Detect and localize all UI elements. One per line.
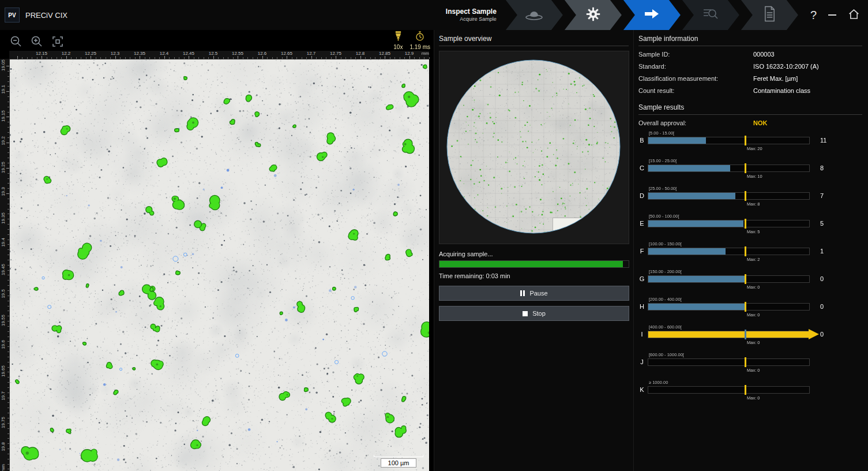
- class-bar-block: [400.00 - 600.00[Max: 0: [648, 322, 810, 349]
- time-remaining: Time remaining: 0:03 min: [439, 272, 629, 279]
- v-ruler-tick: [7, 132, 9, 133]
- v-ruler-tick: [7, 158, 9, 158]
- v-ruler-label: 19.15: [1, 110, 6, 122]
- sample-results-title: Sample results: [638, 103, 862, 115]
- h-ruler-tick: [213, 56, 214, 59]
- v-ruler-label: 19.3: [1, 187, 6, 196]
- class-row-F: F[100.00 - 150.00[Max: 21: [638, 238, 862, 266]
- h-ruler-label: 12.45: [183, 51, 194, 56]
- v-ruler-tick: [6, 117, 9, 117]
- class-count: 7: [820, 192, 839, 199]
- minimize-button[interactable]: [828, 14, 836, 16]
- h-ruler-tick: [198, 57, 199, 59]
- objective-indicator: 10x: [393, 31, 403, 50]
- v-ruler-tick: [7, 224, 9, 225]
- v-ruler-tick: [7, 392, 9, 393]
- vertical-ruler: 19.0519.119.1519.219.2519.319.3519.419.4…: [0, 59, 10, 471]
- exposure-clock-icon: [415, 31, 424, 43]
- workflow-step-inspect[interactable]: [682, 0, 739, 30]
- sample-overview-image: [439, 51, 629, 244]
- v-ruler-tick: [7, 280, 9, 281]
- h-ruler-tick: [194, 57, 194, 59]
- h-ruler-unit: mm: [422, 51, 429, 56]
- help-button[interactable]: ?: [810, 9, 817, 22]
- v-ruler-label: 19.45: [1, 264, 6, 275]
- workflow-step-sample-stage[interactable]: [506, 0, 563, 30]
- workflow-step-settings[interactable]: [565, 0, 622, 30]
- v-ruler-tick: [7, 183, 9, 184]
- h-ruler-tick: [145, 57, 145, 59]
- h-ruler-tick: [140, 56, 140, 59]
- window-controls: ?: [810, 8, 860, 23]
- contamination-class-rows: B[5.00 - 15.00[Max: 2011C[15.00 - 25.00[…: [638, 128, 862, 405]
- class-bar-track: [648, 165, 810, 172]
- h-ruler-tick: [404, 57, 405, 59]
- exposure-value: 1.19 ms: [409, 44, 430, 50]
- zoom-in-button[interactable]: [30, 35, 44, 48]
- h-ruler-tick: [331, 57, 332, 59]
- v-ruler-label: 19.2: [1, 136, 6, 145]
- class-bar-fill: [648, 137, 706, 144]
- v-ruler-tick: [7, 244, 9, 245]
- pause-button[interactable]: Pause: [439, 286, 629, 301]
- v-ruler-tick: [7, 398, 9, 398]
- h-ruler-tick: [233, 57, 234, 59]
- h-ruler-tick: [125, 57, 126, 59]
- workflow-step-acquire[interactable]: [623, 0, 681, 30]
- sample-results-panel: Sample information Sample ID:000003Stand…: [633, 30, 868, 471]
- h-ruler-tick: [409, 56, 410, 59]
- class-range-label: [25.00 - 50.00[: [649, 186, 677, 191]
- class-max-label: Max: 0: [747, 340, 760, 345]
- h-ruler-tick: [27, 57, 28, 59]
- v-ruler-tick: [7, 469, 9, 469]
- class-max-label: Max: 5: [747, 229, 760, 234]
- h-ruler-tick: [86, 57, 87, 59]
- home-button[interactable]: [848, 8, 860, 23]
- v-ruler-tick: [7, 418, 9, 418]
- class-range-label: [400.00 - 600.00[: [649, 324, 682, 330]
- stop-button[interactable]: Stop: [439, 306, 629, 321]
- h-ruler-tick: [424, 57, 424, 59]
- h-ruler-label: 12.3: [111, 51, 120, 56]
- h-ruler-tick: [179, 57, 179, 59]
- class-range-label: [100.00 - 150.00[: [649, 241, 682, 246]
- magnification-value: 10x: [393, 44, 403, 50]
- fit-to-view-button[interactable]: [51, 35, 65, 48]
- class-bar-fill: [648, 165, 730, 171]
- class-bar-block: [5.00 - 15.00[Max: 20: [648, 128, 810, 155]
- v-ruler-tick: [7, 464, 9, 465]
- h-ruler-tick: [262, 56, 263, 59]
- arrow-right-icon: [643, 7, 660, 23]
- class-max-label: Max: 0: [747, 395, 760, 401]
- v-ruler-tick: [7, 331, 9, 332]
- v-ruler-tick: [7, 188, 9, 189]
- class-letter: G: [638, 275, 645, 282]
- info-label: Sample ID:: [638, 51, 753, 58]
- v-ruler-tick: [7, 341, 9, 342]
- h-ruler-tick: [316, 57, 317, 59]
- h-ruler-tick: [81, 57, 81, 59]
- h-ruler-label: 12.5: [209, 51, 218, 56]
- class-row-D: D[25.00 - 50.00[Max: 87: [638, 183, 862, 211]
- v-ruler-label: 19.1: [1, 85, 6, 94]
- acquisition-status: Acquiring sample...: [439, 251, 629, 257]
- v-ruler-tick: [7, 402, 9, 403]
- zoom-out-button[interactable]: [9, 35, 23, 48]
- v-ruler-label: 19.7: [1, 391, 6, 401]
- v-ruler-tick: [7, 448, 9, 449]
- class-max-marker: [745, 246, 746, 256]
- h-ruler-tick: [228, 57, 228, 59]
- h-ruler-tick: [370, 57, 371, 59]
- specimen-live-image[interactable]: [9, 59, 429, 471]
- sample-information-title: Sample information: [638, 35, 862, 46]
- h-ruler-tick: [287, 56, 287, 59]
- sample-stage-icon: [523, 5, 546, 25]
- class-max-marker: [745, 385, 746, 395]
- workflow-step-report[interactable]: [741, 0, 798, 30]
- class-letter: C: [638, 165, 645, 171]
- h-ruler-tick: [336, 56, 336, 59]
- class-count: 0: [820, 331, 839, 338]
- class-max-marker: [745, 219, 746, 229]
- v-ruler-tick: [7, 326, 9, 327]
- h-ruler-label: 12.9: [405, 51, 414, 56]
